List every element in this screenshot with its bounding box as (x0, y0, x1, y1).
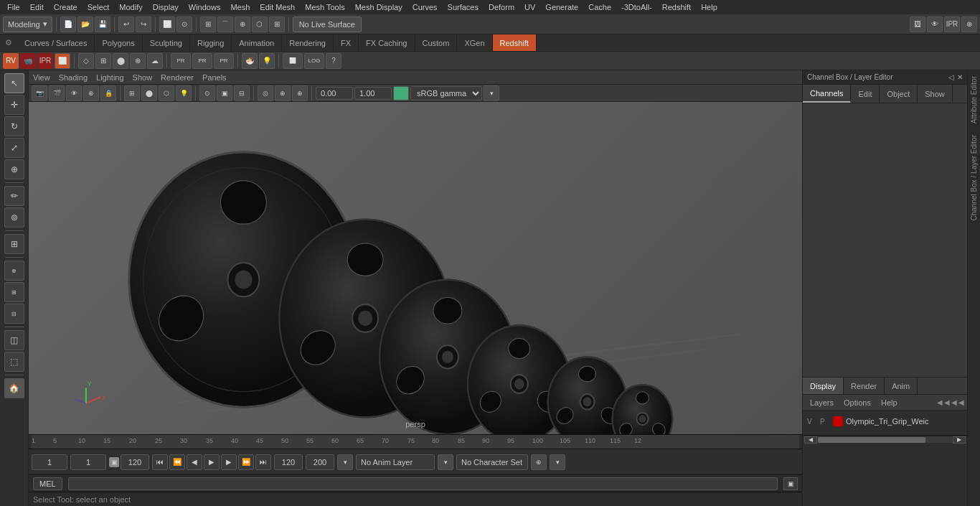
rs-light[interactable]: 💡 (259, 53, 275, 69)
range-end-field[interactable] (121, 454, 149, 470)
playback-end-field[interactable] (306, 454, 334, 470)
layout-btn1[interactable]: ⊕ (4, 261, 24, 281)
menu-3dto[interactable]: -3DtoAll- (617, 1, 656, 13)
next-key-btn[interactable]: ⏩ (238, 454, 254, 470)
tab-rendering[interactable]: Rendering (282, 34, 334, 51)
display-options-btn[interactable]: ⊕ (961, 17, 977, 32)
rs-diamond[interactable]: ◇ (78, 53, 94, 69)
save-file-btn[interactable]: 💾 (95, 17, 110, 32)
rs-cloud[interactable]: ☁ (147, 53, 163, 69)
ipr-btn[interactable]: IPR (944, 17, 960, 32)
tab-object[interactable]: Object (880, 85, 918, 103)
anim-layer-dropdown[interactable]: ▾ (438, 454, 453, 470)
char-set-btn2[interactable]: ▾ (550, 454, 565, 470)
render-settings-btn[interactable]: 🖼 (910, 17, 925, 32)
tab-fx-caching[interactable]: FX Caching (359, 34, 415, 51)
modeling-dropdown[interactable]: Modeling ▾ (3, 17, 52, 32)
menu-mesh-tools[interactable]: Mesh Tools (301, 1, 349, 13)
panel-close-icon[interactable]: ✕ (957, 73, 963, 81)
rotate-tool[interactable]: ↻ (4, 116, 24, 136)
menu-mesh-display[interactable]: Mesh Display (351, 1, 407, 13)
vp-shaded-btn[interactable]: ⬤ (141, 85, 157, 101)
select-btn[interactable]: ⬜ (159, 17, 175, 32)
rs-bowl[interactable]: 🍜 (242, 53, 258, 69)
snap-surface[interactable]: ⬚ (4, 352, 24, 372)
subtab-options[interactable]: Options (839, 398, 875, 407)
tab-curves-surfaces[interactable]: Curves / Surfaces (17, 34, 95, 51)
rs-btn2[interactable]: 📹 (20, 53, 36, 69)
layout-btn2[interactable]: ⊞ (4, 282, 24, 302)
scroll-right-btn[interactable]: ▶ (953, 436, 966, 444)
scroll-left-btn[interactable]: ◀ (804, 436, 817, 444)
scroll-track[interactable] (818, 437, 952, 443)
vp-menu-panels[interactable]: Panels (202, 73, 227, 82)
menu-edit-mesh[interactable]: Edit Mesh (255, 1, 299, 13)
vp-num-field1[interactable]: 0.00 (316, 87, 353, 100)
menu-mesh[interactable]: Mesh (226, 1, 254, 13)
scale-tool[interactable]: ⤢ (4, 138, 24, 158)
lasso-btn[interactable]: ⊙ (176, 17, 192, 32)
vp-cam-btn[interactable]: 📷 (32, 85, 47, 101)
tabs-gear-icon[interactable]: ⚙ (0, 34, 17, 51)
snap-grid[interactable]: ◫ (4, 330, 24, 350)
vp-res-btn[interactable]: ⊕ (292, 85, 308, 101)
no-live-surface[interactable]: No Live Surface (293, 17, 362, 32)
rs-pr2[interactable]: PR (192, 53, 212, 69)
rs-btn3[interactable]: IPR (37, 53, 53, 69)
rs-btn1[interactable]: RV (3, 53, 19, 69)
vp-arrow-btn[interactable]: ▾ (484, 85, 499, 101)
layer-remove-btn[interactable]: ◀ (944, 398, 950, 406)
tab-show[interactable]: Show (918, 85, 953, 103)
snap-surface-btn[interactable]: ⬡ (252, 17, 268, 32)
menu-modify[interactable]: Modify (115, 1, 146, 13)
menu-help[interactable]: Help (697, 1, 722, 13)
layer-option-btn[interactable]: ◀ (951, 398, 957, 406)
playback-start-field[interactable] (274, 454, 303, 470)
tab-render[interactable]: Render (844, 378, 885, 394)
snap-curve-btn[interactable]: ⌒ (217, 17, 233, 32)
char-set-field[interactable]: No Character Set (456, 454, 528, 470)
menu-create[interactable]: Create (50, 1, 82, 13)
tab-polygons[interactable]: Polygons (95, 34, 142, 51)
select-tool[interactable]: ↖ (4, 73, 24, 93)
prev-frame-btn[interactable]: ◀ (187, 454, 202, 470)
vp-menu-shading[interactable]: Shading (59, 73, 88, 82)
vp-num-field2[interactable]: 1.00 (354, 87, 392, 100)
mel-button[interactable]: MEL (33, 477, 62, 490)
layer-add-btn[interactable]: ◀ (937, 398, 943, 406)
vp-wireframe-btn[interactable]: ⊞ (124, 85, 140, 101)
next-frame-btn[interactable]: ▶ (221, 454, 237, 470)
rs-pr1[interactable]: PR (171, 53, 191, 69)
layer-color-swatch[interactable] (833, 416, 843, 426)
vp-menu-lighting[interactable]: Lighting (96, 73, 124, 82)
layer-row[interactable]: V P Olympic_Tri_Grip_Weic (806, 413, 964, 429)
undo-btn[interactable]: ↩ (118, 17, 134, 32)
current-frame-field[interactable] (70, 454, 106, 470)
vp-snap-btn[interactable]: ⊕ (83, 85, 99, 101)
go-start-btn[interactable]: ⏮ (152, 454, 168, 470)
paint-tool[interactable]: ✏ (4, 186, 24, 206)
rs-help[interactable]: ? (326, 53, 341, 69)
range-indicator[interactable]: ▣ (109, 457, 119, 467)
cmd-result-btn[interactable]: ▣ (783, 477, 798, 490)
layout-btn3[interactable]: ⊟ (4, 304, 24, 324)
menu-display[interactable]: Display (149, 1, 183, 13)
tab-rigging[interactable]: Rigging (190, 34, 232, 51)
redo-btn[interactable]: ↪ (136, 17, 151, 32)
menu-deform[interactable]: Deform (484, 1, 519, 13)
vp-texture-btn[interactable]: ⬡ (159, 85, 174, 101)
move-tool[interactable]: ✛ (4, 95, 24, 115)
tab-xgen[interactable]: XGen (457, 34, 492, 51)
playback-options-btn[interactable]: ▾ (337, 454, 353, 470)
vp-xray-btn[interactable]: ◎ (258, 85, 273, 101)
vp-grid-btn[interactable]: ⊟ (234, 85, 250, 101)
menu-edit[interactable]: Edit (26, 1, 48, 13)
char-set-btn1[interactable]: ⊕ (531, 454, 547, 470)
vp-iso-btn[interactable]: ⊙ (199, 85, 215, 101)
new-file-btn[interactable]: 📄 (60, 17, 76, 32)
menu-uv[interactable]: UV (520, 1, 540, 13)
vp-menu-show[interactable]: Show (133, 73, 153, 82)
rs-pr3[interactable]: PR (214, 53, 234, 69)
open-file-btn[interactable]: 📂 (77, 17, 93, 32)
rs-grid[interactable]: ⊞ (95, 53, 111, 69)
